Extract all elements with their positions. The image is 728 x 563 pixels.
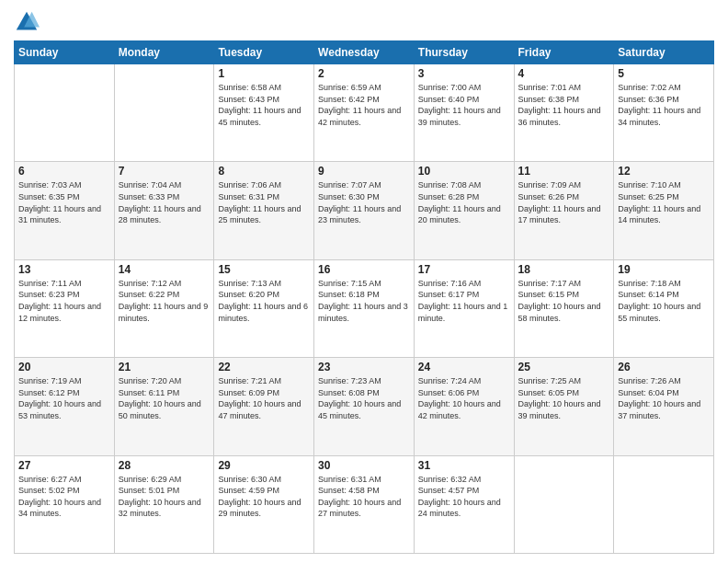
calendar-week-row: 1Sunrise: 6:58 AM Sunset: 6:43 PM Daylig…	[15, 64, 714, 162]
table-row: 7Sunrise: 7:04 AM Sunset: 6:33 PM Daylig…	[114, 162, 214, 259]
day-number: 26	[618, 361, 710, 373]
page: Sunday Monday Tuesday Wednesday Thursday…	[0, 0, 728, 563]
table-row: 29Sunrise: 6:30 AM Sunset: 4:59 PM Dayli…	[214, 455, 314, 553]
table-row	[114, 64, 214, 162]
day-number: 5	[618, 67, 710, 80]
header-wednesday: Wednesday	[314, 41, 415, 64]
calendar-week-row: 20Sunrise: 7:19 AM Sunset: 6:12 PM Dayli…	[15, 358, 714, 455]
table-row: 19Sunrise: 7:18 AM Sunset: 6:14 PM Dayli…	[614, 259, 714, 357]
table-row: 23Sunrise: 7:23 AM Sunset: 6:08 PM Dayli…	[314, 358, 415, 455]
table-row: 15Sunrise: 7:13 AM Sunset: 6:20 PM Dayli…	[214, 259, 314, 357]
day-number: 4	[518, 67, 610, 80]
day-number: 10	[418, 165, 510, 178]
day-number: 3	[418, 67, 510, 80]
logo	[14, 9, 43, 35]
day-number: 13	[18, 263, 110, 276]
day-info: Sunrise: 6:58 AM Sunset: 6:43 PM Dayligh…	[218, 82, 310, 128]
header	[14, 9, 714, 35]
header-saturday: Saturday	[614, 41, 714, 64]
calendar-week-row: 13Sunrise: 7:11 AM Sunset: 6:23 PM Dayli…	[15, 259, 714, 357]
day-info: Sunrise: 7:06 AM Sunset: 6:31 PM Dayligh…	[218, 179, 310, 225]
table-row: 20Sunrise: 7:19 AM Sunset: 6:12 PM Dayli…	[15, 358, 115, 455]
day-number: 6	[18, 165, 110, 178]
day-number: 24	[418, 361, 510, 373]
day-number: 17	[418, 263, 510, 276]
day-info: Sunrise: 7:15 AM Sunset: 6:18 PM Dayligh…	[318, 278, 410, 324]
table-row: 1Sunrise: 6:58 AM Sunset: 6:43 PM Daylig…	[214, 64, 314, 162]
day-number: 19	[618, 263, 710, 276]
day-info: Sunrise: 6:29 AM Sunset: 5:01 PM Dayligh…	[119, 474, 210, 520]
header-tuesday: Tuesday	[214, 41, 314, 64]
header-friday: Friday	[514, 41, 614, 64]
table-row: 28Sunrise: 6:29 AM Sunset: 5:01 PM Dayli…	[114, 455, 214, 553]
table-row: 13Sunrise: 7:11 AM Sunset: 6:23 PM Dayli…	[15, 259, 115, 357]
day-info: Sunrise: 7:25 AM Sunset: 6:05 PM Dayligh…	[518, 375, 610, 421]
calendar-week-row: 6Sunrise: 7:03 AM Sunset: 6:35 PM Daylig…	[15, 162, 714, 259]
logo-icon	[14, 9, 40, 35]
day-info: Sunrise: 7:24 AM Sunset: 6:06 PM Dayligh…	[418, 375, 510, 421]
day-number: 29	[218, 459, 310, 472]
header-thursday: Thursday	[414, 41, 514, 64]
table-row: 4Sunrise: 7:01 AM Sunset: 6:38 PM Daylig…	[514, 64, 614, 162]
day-info: Sunrise: 7:08 AM Sunset: 6:28 PM Dayligh…	[418, 179, 510, 225]
table-row: 31Sunrise: 6:32 AM Sunset: 4:57 PM Dayli…	[414, 455, 514, 553]
day-info: Sunrise: 7:26 AM Sunset: 6:04 PM Dayligh…	[618, 375, 710, 421]
day-info: Sunrise: 7:11 AM Sunset: 6:23 PM Dayligh…	[18, 278, 110, 324]
day-number: 12	[618, 165, 710, 178]
day-number: 8	[218, 165, 310, 178]
header-monday: Monday	[114, 41, 214, 64]
day-number: 1	[218, 67, 310, 80]
table-row: 3Sunrise: 7:00 AM Sunset: 6:40 PM Daylig…	[414, 64, 514, 162]
day-number: 22	[218, 361, 310, 373]
weekday-header-row: Sunday Monday Tuesday Wednesday Thursday…	[15, 41, 714, 64]
table-row: 25Sunrise: 7:25 AM Sunset: 6:05 PM Dayli…	[514, 358, 614, 455]
day-number: 15	[218, 263, 310, 276]
day-info: Sunrise: 7:10 AM Sunset: 6:25 PM Dayligh…	[618, 179, 710, 225]
day-info: Sunrise: 7:03 AM Sunset: 6:35 PM Dayligh…	[18, 179, 110, 225]
table-row: 17Sunrise: 7:16 AM Sunset: 6:17 PM Dayli…	[414, 259, 514, 357]
day-number: 18	[518, 263, 610, 276]
day-number: 2	[318, 67, 410, 80]
table-row: 9Sunrise: 7:07 AM Sunset: 6:30 PM Daylig…	[314, 162, 415, 259]
day-number: 30	[318, 459, 410, 472]
day-number: 21	[119, 361, 210, 373]
day-number: 9	[318, 165, 410, 178]
table-row: 2Sunrise: 6:59 AM Sunset: 6:42 PM Daylig…	[314, 64, 415, 162]
day-info: Sunrise: 6:30 AM Sunset: 4:59 PM Dayligh…	[218, 474, 310, 520]
day-info: Sunrise: 7:04 AM Sunset: 6:33 PM Dayligh…	[119, 179, 210, 225]
day-info: Sunrise: 7:19 AM Sunset: 6:12 PM Dayligh…	[18, 375, 110, 421]
table-row: 5Sunrise: 7:02 AM Sunset: 6:36 PM Daylig…	[614, 64, 714, 162]
day-info: Sunrise: 7:07 AM Sunset: 6:30 PM Dayligh…	[318, 179, 410, 225]
table-row: 11Sunrise: 7:09 AM Sunset: 6:26 PM Dayli…	[514, 162, 614, 259]
day-info: Sunrise: 7:16 AM Sunset: 6:17 PM Dayligh…	[418, 278, 510, 324]
day-info: Sunrise: 7:20 AM Sunset: 6:11 PM Dayligh…	[119, 375, 210, 421]
day-number: 23	[318, 361, 410, 373]
header-sunday: Sunday	[15, 41, 115, 64]
table-row: 8Sunrise: 7:06 AM Sunset: 6:31 PM Daylig…	[214, 162, 314, 259]
table-row	[514, 455, 614, 553]
day-info: Sunrise: 6:31 AM Sunset: 4:58 PM Dayligh…	[318, 474, 410, 520]
table-row	[15, 64, 115, 162]
day-info: Sunrise: 7:01 AM Sunset: 6:38 PM Dayligh…	[518, 82, 610, 128]
day-info: Sunrise: 7:00 AM Sunset: 6:40 PM Dayligh…	[418, 82, 510, 128]
day-info: Sunrise: 7:21 AM Sunset: 6:09 PM Dayligh…	[218, 375, 310, 421]
day-number: 31	[418, 459, 510, 472]
table-row: 24Sunrise: 7:24 AM Sunset: 6:06 PM Dayli…	[414, 358, 514, 455]
table-row	[614, 455, 714, 553]
day-number: 20	[18, 361, 110, 373]
day-number: 25	[518, 361, 610, 373]
table-row: 14Sunrise: 7:12 AM Sunset: 6:22 PM Dayli…	[114, 259, 214, 357]
day-number: 11	[518, 165, 610, 178]
day-info: Sunrise: 6:32 AM Sunset: 4:57 PM Dayligh…	[418, 474, 510, 520]
day-info: Sunrise: 6:59 AM Sunset: 6:42 PM Dayligh…	[318, 82, 410, 128]
day-info: Sunrise: 7:18 AM Sunset: 6:14 PM Dayligh…	[618, 278, 710, 324]
table-row: 27Sunrise: 6:27 AM Sunset: 5:02 PM Dayli…	[15, 455, 115, 553]
day-info: Sunrise: 7:02 AM Sunset: 6:36 PM Dayligh…	[618, 82, 710, 128]
table-row: 10Sunrise: 7:08 AM Sunset: 6:28 PM Dayli…	[414, 162, 514, 259]
table-row: 26Sunrise: 7:26 AM Sunset: 6:04 PM Dayli…	[614, 358, 714, 455]
calendar-week-row: 27Sunrise: 6:27 AM Sunset: 5:02 PM Dayli…	[15, 455, 714, 553]
day-number: 28	[119, 459, 210, 472]
table-row: 16Sunrise: 7:15 AM Sunset: 6:18 PM Dayli…	[314, 259, 415, 357]
day-number: 14	[119, 263, 210, 276]
day-number: 7	[119, 165, 210, 178]
